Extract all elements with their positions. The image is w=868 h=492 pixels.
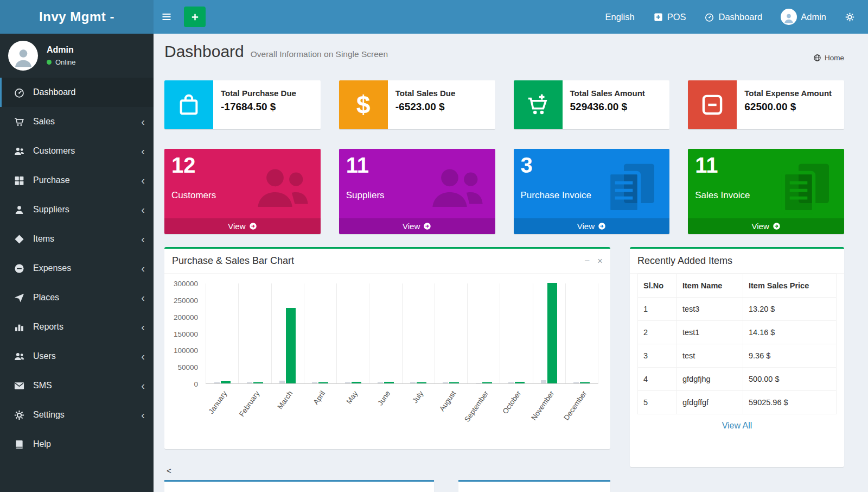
- partial-box: [164, 480, 434, 492]
- plus-square-icon: [653, 12, 663, 22]
- x-tick-label: April: [293, 389, 327, 432]
- user-status-label: Online: [55, 58, 76, 66]
- hamburger-icon: [161, 11, 172, 22]
- people-icon: [427, 157, 488, 218]
- globe-icon: [813, 54, 821, 62]
- sidebar-item-label: Users: [33, 351, 56, 361]
- chart-plot: [206, 283, 598, 384]
- bar-purchase: [312, 382, 317, 383]
- sidebar-item-purchase[interactable]: Purchase ‹: [0, 166, 154, 195]
- chart-category: [402, 283, 435, 383]
- chevron-left-icon: ‹: [141, 234, 145, 244]
- chevron-left-icon: ‹: [141, 146, 145, 156]
- add-button[interactable]: [184, 7, 206, 27]
- sidebar-item-places[interactable]: Places ‹: [0, 283, 154, 312]
- people-icon: [14, 351, 25, 362]
- view-sales-invoice-link[interactable]: View: [688, 218, 844, 234]
- x-tick-label: December: [555, 389, 589, 432]
- top-navbar: Invy Mgmt - English POS Dashboard Admin: [0, 0, 868, 34]
- chart-y-axis: 050000100000150000200000250000300000: [173, 283, 201, 384]
- x-tick-label: August: [424, 389, 458, 432]
- nav-dashboard[interactable]: Dashboard: [704, 12, 762, 22]
- y-tick-label: 300000: [174, 280, 198, 288]
- main-content: Dashboard Overall Information on Single …: [154, 34, 868, 492]
- view-suppliers-link[interactable]: View: [339, 218, 495, 234]
- sidebar-item-sms[interactable]: SMS ‹: [0, 371, 154, 400]
- cell-item-sales-price: 59025.96 $: [743, 391, 837, 414]
- cell-slno: 3: [638, 344, 677, 368]
- arrow-circle-icon: [423, 222, 431, 230]
- cell-item-name: test: [677, 344, 743, 368]
- bar-sales: [547, 283, 557, 383]
- sidebar-item-reports[interactable]: Reports ‹: [0, 312, 154, 342]
- documents-icon: [776, 157, 837, 218]
- sidebar-item-expenses[interactable]: Expenses ‹: [0, 254, 154, 283]
- chart-category: [238, 283, 271, 383]
- cell-item-name: test1: [677, 321, 743, 344]
- user-status: Online: [47, 58, 76, 66]
- gears-icon: [845, 12, 855, 22]
- chart-category: [271, 283, 304, 383]
- person-icon: [782, 12, 795, 25]
- chart-category: [206, 283, 238, 383]
- bar-purchase: [378, 382, 383, 383]
- diamond-icon: [14, 234, 25, 245]
- sidebar-item-suppliers[interactable]: Suppliers ‹: [0, 195, 154, 224]
- items-box-header: Recently Added Items: [630, 249, 844, 274]
- page-subtitle: Overall Information on Single Screen: [251, 49, 388, 59]
- chart-x-labels: JanuaryFebruaryMarchAprilMayJuneJulyAugu…: [206, 386, 598, 440]
- dollar-icon: $: [339, 80, 388, 129]
- bar-sales: [352, 382, 361, 383]
- bar-sales: [482, 382, 492, 383]
- bar-chart: 050000100000150000200000250000300000 Jan…: [173, 275, 602, 444]
- breadcrumb-home[interactable]: Home: [813, 54, 844, 62]
- column-header-item-name: Item Name: [677, 274, 743, 298]
- cell-slno: 5: [638, 391, 677, 414]
- info-box-value: 62500.00 $: [744, 101, 832, 113]
- view-customers-link[interactable]: View: [164, 218, 321, 234]
- cell-slno: 1: [638, 298, 677, 321]
- info-box-total-purchase-due: Total Purchase Due -17684.50 $: [164, 80, 321, 129]
- sidebar-item-customers[interactable]: Customers ‹: [0, 136, 154, 166]
- info-box-title: Total Expense Amount: [744, 88, 832, 99]
- nav-user[interactable]: Admin: [781, 9, 826, 25]
- view-purchase-invoice-link[interactable]: View: [514, 218, 670, 234]
- small-box-suppliers: 11 Suppliers View: [339, 149, 495, 234]
- sidebar-item-sales[interactable]: Sales ‹: [0, 107, 154, 136]
- sidebar-item-items[interactable]: Items ‹: [0, 224, 154, 254]
- chart-category: [435, 283, 467, 383]
- collapse-button[interactable]: −: [584, 256, 590, 266]
- tachometer-icon: [704, 12, 714, 22]
- chart-category: [533, 283, 565, 383]
- nav-settings[interactable]: [845, 12, 855, 22]
- plus-icon: [190, 12, 200, 22]
- brand-title[interactable]: Invy Mgmt -: [0, 0, 154, 34]
- bar-sales: [417, 382, 426, 383]
- close-button[interactable]: ×: [597, 256, 603, 266]
- sidebar-item-label: Places: [33, 293, 59, 302]
- info-box-value: 529436.00 $: [570, 101, 645, 113]
- sidebar-item-settings[interactable]: Settings ‹: [0, 400, 154, 430]
- sidebar-item-help[interactable]: Help: [0, 430, 154, 459]
- bar-sales: [384, 382, 394, 383]
- book-icon: [14, 439, 25, 450]
- nav-pos[interactable]: POS: [653, 12, 686, 22]
- sidebar-toggle-button[interactable]: [154, 0, 180, 34]
- chart-category: [369, 283, 401, 383]
- user-panel: Admin Online: [0, 34, 154, 78]
- pager-prev[interactable]: <: [167, 466, 171, 475]
- bar-sales: [221, 381, 231, 383]
- cell-item-sales-price: 9.36 $: [743, 344, 837, 368]
- sidebar-item-label: Reports: [33, 322, 63, 332]
- x-tick-label: November: [522, 389, 556, 432]
- person-icon: [14, 204, 25, 216]
- sidebar-item-label: Customers: [33, 146, 75, 156]
- info-box-title: Total Sales Amount: [570, 88, 645, 99]
- avatar: [8, 41, 38, 71]
- envelope-icon: [14, 380, 25, 392]
- view-all-link[interactable]: View All: [722, 421, 752, 430]
- sidebar-item-users[interactable]: Users ‹: [0, 342, 154, 371]
- sidebar-item-dashboard[interactable]: Dashboard: [0, 78, 154, 107]
- cell-item-name: gfdgfjhg: [677, 368, 743, 391]
- nav-language[interactable]: English: [605, 12, 635, 22]
